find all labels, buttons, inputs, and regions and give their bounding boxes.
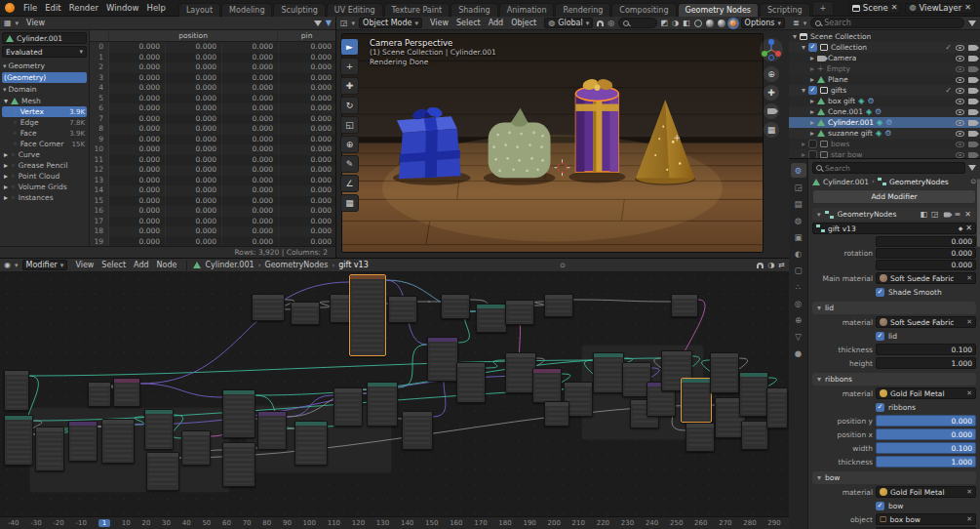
column-header-position[interactable]: position bbox=[109, 30, 278, 41]
pan-gizmo-icon[interactable]: ✚ bbox=[764, 85, 779, 101]
scene-tab[interactable]: ▣ bbox=[791, 229, 806, 244]
vector-value-field[interactable]: 0.000 bbox=[876, 260, 976, 270]
material-field[interactable]: Soft Suede Fabric✕ bbox=[876, 272, 976, 284]
graph-node[interactable] bbox=[427, 337, 458, 382]
vector-value-field[interactable]: 0.000 bbox=[876, 236, 976, 247]
filter-toggle-icon[interactable]: ▼ bbox=[326, 20, 332, 27]
graph-node[interactable] bbox=[144, 409, 174, 450]
constraints-tab[interactable]: ⊕ bbox=[791, 312, 806, 327]
editor-type-icon[interactable]: ◉ bbox=[4, 262, 11, 269]
menu-render[interactable]: Render bbox=[65, 3, 102, 13]
expander-icon[interactable]: ▸ bbox=[4, 151, 8, 159]
workspace-tab-rendering[interactable]: Rendering bbox=[555, 3, 610, 17]
slider-field[interactable]: 0.000 bbox=[876, 415, 976, 427]
checkbox-row[interactable]: ✓lid bbox=[876, 332, 976, 341]
graph-node[interactable] bbox=[686, 423, 715, 452]
graph-node[interactable] bbox=[544, 401, 569, 427]
number-field[interactable]: 0.100 bbox=[876, 344, 976, 355]
viewport-menu-object[interactable]: Object bbox=[507, 19, 540, 27]
outliner-item-camera[interactable]: ▸Camera bbox=[789, 53, 980, 63]
snap-magnet-icon[interactable] bbox=[597, 20, 604, 26]
graph-node[interactable] bbox=[741, 421, 768, 450]
expander-icon[interactable]: ▸ bbox=[810, 119, 814, 127]
select-box-icon[interactable]: ► bbox=[340, 38, 359, 56]
unlink-icon[interactable]: ✕ bbox=[965, 224, 972, 232]
expander-icon[interactable]: ▸ bbox=[810, 98, 814, 105]
column-header-pin[interactable]: pin bbox=[278, 30, 335, 41]
checkbox-row[interactable]: ✓bow bbox=[876, 502, 976, 510]
graph-node[interactable] bbox=[4, 370, 29, 411]
object-field[interactable]: ▢box bow✕ bbox=[876, 513, 976, 525]
material-field[interactable]: Gold Foil Metal✕ bbox=[876, 486, 976, 498]
workspace-tab-geometry-nodes[interactable]: Geometry Nodes bbox=[678, 3, 759, 17]
editor-type-icon[interactable]: ◲ bbox=[340, 20, 348, 27]
xray-icon[interactable]: ◧ bbox=[683, 20, 690, 27]
domain-item-vertex[interactable]: ◦Vertex3.9K bbox=[2, 106, 87, 117]
physics-tab[interactable]: ◎ bbox=[791, 296, 806, 310]
add-modifier-button[interactable]: Add Modifier bbox=[812, 189, 976, 204]
workspace-tab-modeling[interactable]: Modeling bbox=[221, 3, 272, 17]
graph-node[interactable] bbox=[35, 427, 64, 471]
viewlayer-selector[interactable]: ◍ ViewLayer ✕ bbox=[905, 3, 975, 14]
annotate-icon[interactable]: ✎ bbox=[340, 155, 359, 173]
disable-render-icon[interactable] bbox=[968, 131, 976, 137]
properties-search-input[interactable]: Search bbox=[812, 162, 965, 174]
domain-item-volume-grids[interactable]: ▸◦Volume Grids bbox=[2, 182, 87, 192]
editor-type-icon[interactable]: ▦ bbox=[4, 20, 12, 27]
unlink-icon[interactable]: ✕ bbox=[966, 489, 972, 496]
disable-render-icon[interactable] bbox=[968, 88, 976, 94]
options-dropdown[interactable]: Options ▾ bbox=[741, 18, 785, 28]
workspace-tab-sculpting[interactable]: Sculpting bbox=[273, 3, 325, 17]
breadcrumb-object[interactable]: Cylinder.001 bbox=[823, 178, 869, 186]
graph-node[interactable] bbox=[252, 294, 285, 321]
mode-dropdown[interactable]: Object Mode ▾ bbox=[359, 18, 422, 28]
outliner-item-empty[interactable]: ▸+Empty bbox=[789, 63, 980, 74]
scene-selector[interactable]: Scene ✕ bbox=[848, 3, 902, 14]
pin-icon[interactable]: ⊙ bbox=[970, 178, 976, 185]
filter-icon[interactable] bbox=[968, 165, 976, 171]
blender-logo-icon[interactable] bbox=[5, 3, 15, 13]
gift-purple-cylinder-selected[interactable] bbox=[575, 77, 618, 172]
workspace-tab-scripting[interactable]: Scripting bbox=[760, 3, 810, 17]
domain-item-mesh[interactable]: ▾Mesh bbox=[2, 96, 87, 106]
breadcrumb-node-group[interactable]: gift v13 bbox=[338, 261, 369, 269]
outliner-item-cone-001[interactable]: ▸Cone.001◈⚙ bbox=[789, 106, 980, 117]
camera-view-icon[interactable] bbox=[764, 103, 779, 119]
hide-viewport-icon[interactable] bbox=[956, 120, 964, 126]
domain-item-point-cloud[interactable]: ▸◦Point Cloud bbox=[2, 171, 87, 182]
breadcrumb-modifier[interactable]: GeometryNodes bbox=[889, 178, 949, 186]
expander-icon[interactable]: ▸ bbox=[810, 76, 814, 84]
expander-icon[interactable]: ▾ bbox=[793, 33, 797, 41]
graph-node[interactable] bbox=[349, 274, 386, 356]
show-gizmo-icon[interactable]: ◩ bbox=[661, 20, 669, 27]
number-field[interactable]: 1.000 bbox=[876, 357, 976, 369]
evaluation-state-dropdown[interactable]: Evaluated ▾ bbox=[2, 46, 87, 58]
outliner-item-scene-collection[interactable]: ▾Scene Collection bbox=[789, 31, 980, 42]
transform-icon[interactable]: ⊕ bbox=[340, 136, 359, 153]
snap-magnet-icon[interactable] bbox=[757, 263, 764, 268]
domain-item-edge[interactable]: ◦Edge7.8K bbox=[2, 117, 87, 128]
expander-icon[interactable]: ▸ bbox=[810, 65, 814, 73]
graph-node[interactable] bbox=[146, 452, 179, 491]
domain-item-curve[interactable]: ▸◦Curve bbox=[2, 149, 87, 160]
unlink-icon[interactable]: ✕ bbox=[966, 516, 972, 523]
spreadsheet-view-menu[interactable]: View bbox=[22, 19, 49, 27]
disable-render-icon[interactable] bbox=[968, 120, 976, 126]
edit-mode-display-icon[interactable]: ◧ bbox=[920, 211, 927, 219]
disable-render-icon[interactable] bbox=[968, 99, 976, 104]
overlays-icon[interactable]: ◑ bbox=[672, 20, 679, 27]
breadcrumb-modifier[interactable]: GeometryNodes bbox=[264, 261, 328, 269]
checkbox[interactable]: ✓ bbox=[876, 403, 884, 412]
checkbox-row[interactable]: ✓ribbons bbox=[876, 403, 976, 412]
vector-value-field[interactable]: 0.000 bbox=[876, 248, 976, 259]
graph-node[interactable] bbox=[388, 296, 417, 323]
graph-node[interactable] bbox=[68, 421, 98, 462]
geometry-item[interactable]: (Geometry) bbox=[2, 72, 87, 83]
graph-node[interactable] bbox=[291, 302, 320, 325]
graph-node[interactable] bbox=[739, 372, 768, 417]
graph-node[interactable] bbox=[294, 421, 328, 466]
disable-render-icon[interactable] bbox=[968, 109, 976, 115]
domain-item-face[interactable]: ◦Face3.9K bbox=[2, 128, 87, 139]
hide-viewport-icon[interactable] bbox=[956, 152, 964, 158]
object-tab[interactable]: ▢ bbox=[791, 263, 806, 277]
